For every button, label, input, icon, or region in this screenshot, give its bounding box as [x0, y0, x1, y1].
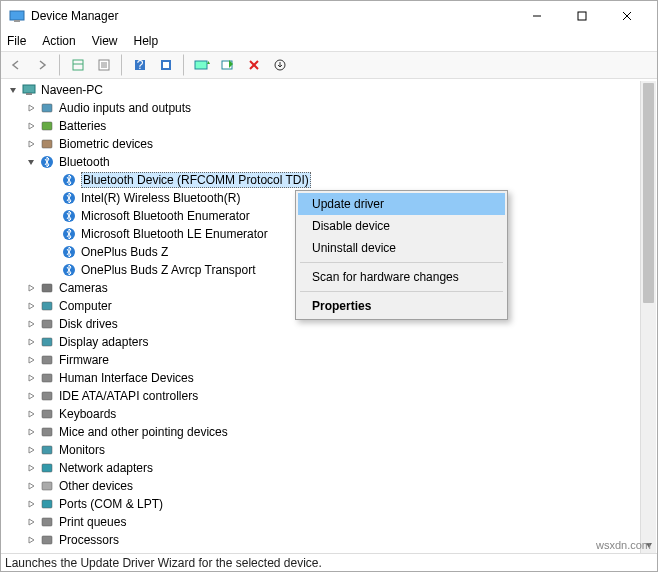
tree-item[interactable]: Display adapters [3, 333, 639, 351]
tree-item[interactable]: Bluetooth Device (RFCOMM Protocol TDI) [3, 171, 639, 189]
show-hide-button[interactable] [67, 54, 89, 76]
menu-bar: File Action View Help [1, 31, 657, 51]
bt-icon [61, 262, 77, 278]
computer-icon [39, 298, 55, 314]
chevron-right-icon[interactable] [25, 444, 37, 456]
separator [183, 54, 185, 76]
scan-hardware-button[interactable] [217, 54, 239, 76]
tree-item[interactable]: Bluetooth [3, 153, 639, 171]
tree-item-label: Print queues [59, 515, 126, 529]
tree-item-label: Human Interface Devices [59, 371, 194, 385]
chevron-down-icon[interactable] [25, 156, 37, 168]
tree-item[interactable]: Print queues [3, 513, 639, 531]
tree-item-label: IDE ATA/ATAPI controllers [59, 389, 198, 403]
back-button[interactable] [5, 54, 27, 76]
context-menu: Update driverDisable deviceUninstall dev… [295, 190, 508, 320]
svg-rect-21 [23, 85, 35, 93]
chevron-right-icon[interactable] [25, 372, 37, 384]
finger-icon [39, 136, 55, 152]
vertical-scrollbar[interactable] [640, 81, 656, 553]
chevron-down-icon[interactable] [7, 84, 19, 96]
tree-item[interactable]: Batteries [3, 117, 639, 135]
menu-help[interactable]: Help [134, 34, 159, 48]
svg-rect-16 [195, 61, 207, 69]
chevron-right-icon[interactable] [25, 462, 37, 474]
svg-rect-6 [73, 60, 83, 70]
tree-root-label: Naveen-PC [41, 83, 103, 97]
context-menu-item[interactable]: Disable device [298, 215, 505, 237]
tree-item-label: Microsoft Bluetooth LE Enumerator [81, 227, 268, 241]
display-icon [39, 334, 55, 350]
tree-item-label: Computer [59, 299, 112, 313]
chevron-right-icon[interactable] [25, 120, 37, 132]
scrollbar-thumb[interactable] [643, 83, 654, 303]
tree-item[interactable]: Mice and other pointing devices [3, 423, 639, 441]
chevron-right-icon[interactable] [25, 318, 37, 330]
chevron-right-icon[interactable] [25, 480, 37, 492]
svg-rect-36 [42, 338, 52, 346]
chip-icon [39, 352, 55, 368]
window-title: Device Manager [31, 9, 514, 23]
svg-rect-23 [42, 104, 52, 112]
tree-item-label: Mice and other pointing devices [59, 425, 228, 439]
tree-item[interactable]: Firmware [3, 351, 639, 369]
maximize-button[interactable] [559, 2, 604, 30]
chevron-right-icon[interactable] [25, 300, 37, 312]
tree-item-label: Processors [59, 533, 119, 547]
context-menu-item[interactable]: Properties [298, 295, 505, 317]
enable-button[interactable] [269, 54, 291, 76]
tree-item[interactable]: IDE ATA/ATAPI controllers [3, 387, 639, 405]
minimize-button[interactable] [514, 2, 559, 30]
menu-file[interactable]: File [7, 34, 26, 48]
tree-item[interactable]: Other devices [3, 477, 639, 495]
tree-item[interactable]: Processors [3, 531, 639, 549]
tree-item[interactable]: Human Interface Devices [3, 369, 639, 387]
chevron-right-icon[interactable] [25, 336, 37, 348]
svg-rect-39 [42, 392, 52, 400]
tree-item-label: Biometric devices [59, 137, 153, 151]
svg-rect-33 [42, 284, 52, 292]
svg-rect-0 [10, 11, 24, 20]
tree-item[interactable]: Keyboards [3, 405, 639, 423]
menu-view[interactable]: View [92, 34, 118, 48]
action-button[interactable] [155, 54, 177, 76]
chevron-right-icon[interactable] [25, 408, 37, 420]
bt-icon [61, 208, 77, 224]
chevron-right-icon[interactable] [25, 282, 37, 294]
chevron-right-icon[interactable] [25, 138, 37, 150]
tree-item[interactable]: Ports (COM & LPT) [3, 495, 639, 513]
menu-action[interactable]: Action [42, 34, 75, 48]
tree-item-label: Monitors [59, 443, 105, 457]
chevron-right-icon[interactable] [25, 426, 37, 438]
context-menu-item[interactable]: Update driver [298, 193, 505, 215]
forward-button[interactable] [31, 54, 53, 76]
chevron-right-icon[interactable] [25, 534, 37, 546]
tree-item-label: Bluetooth Device (RFCOMM Protocol TDI) [81, 172, 311, 188]
tree-item-label: Cameras [59, 281, 108, 295]
tree-item-label: Firmware [59, 353, 109, 367]
tree-item-label: OnePlus Buds Z [81, 245, 168, 259]
uninstall-button[interactable] [243, 54, 265, 76]
bt-icon [39, 154, 55, 170]
tree-item[interactable]: Biometric devices [3, 135, 639, 153]
chevron-right-icon[interactable] [25, 516, 37, 528]
tree-root[interactable]: Naveen-PC [3, 81, 639, 99]
chevron-right-icon[interactable] [25, 498, 37, 510]
svg-rect-15 [163, 62, 169, 68]
tree-item[interactable]: Monitors [3, 441, 639, 459]
context-menu-item[interactable]: Uninstall device [298, 237, 505, 259]
context-menu-item[interactable]: Scan for hardware changes [298, 266, 505, 288]
tree-item-label: Audio inputs and outputs [59, 101, 191, 115]
tree-item[interactable]: Audio inputs and outputs [3, 99, 639, 117]
chevron-right-icon[interactable] [25, 354, 37, 366]
update-driver-button[interactable] [191, 54, 213, 76]
svg-rect-46 [42, 518, 52, 526]
properties-button[interactable] [93, 54, 115, 76]
help-button[interactable]: ? [129, 54, 151, 76]
chevron-right-icon[interactable] [25, 102, 37, 114]
chevron-right-icon[interactable] [25, 390, 37, 402]
bt-icon [61, 190, 77, 206]
tree-item-label: Bluetooth [59, 155, 110, 169]
close-button[interactable] [604, 2, 649, 30]
tree-item[interactable]: Network adapters [3, 459, 639, 477]
